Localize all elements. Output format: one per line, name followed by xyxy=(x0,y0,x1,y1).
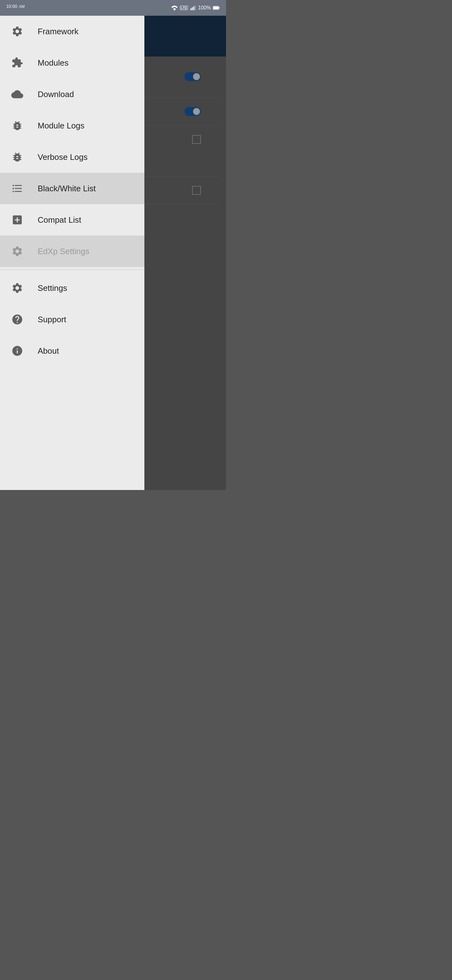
sidebar-item-compat-list[interactable]: Compat List xyxy=(0,204,144,235)
plus-box-icon xyxy=(10,212,25,228)
sidebar-item-blackwhite-list[interactable]: Black/White List xyxy=(0,173,144,204)
sidebar-item-module-logs[interactable]: Module Logs xyxy=(0,110,144,142)
sidebar-item-about[interactable]: About xyxy=(0,335,144,367)
verbose-bug-icon xyxy=(10,149,25,165)
sidebar-item-modules[interactable]: Modules xyxy=(0,47,144,78)
sidebar-label-framework: Framework xyxy=(38,27,78,37)
puzzle-icon xyxy=(10,55,25,71)
drawer-scrim[interactable] xyxy=(144,16,226,490)
wifi-icon xyxy=(171,5,178,11)
sidebar-item-framework[interactable]: Framework xyxy=(0,16,144,47)
ampm-text: AM xyxy=(19,5,25,9)
sidebar-label-support: Support xyxy=(38,315,66,325)
sidebar-item-verbose-logs[interactable]: Verbose Logs xyxy=(0,142,144,173)
sidebar-label-edxp-settings: EdXp Settings xyxy=(38,247,89,256)
svg-rect-5 xyxy=(213,6,219,10)
edxp-gear-icon xyxy=(10,243,25,259)
settings-gear-icon xyxy=(10,280,25,296)
lte-badge: LTE xyxy=(180,6,188,10)
status-icons: LTE 100% xyxy=(171,5,220,11)
cloud-icon xyxy=(10,86,25,102)
svg-rect-6 xyxy=(219,7,219,9)
svg-rect-0 xyxy=(190,8,192,10)
sidebar-label-download: Download xyxy=(38,89,74,99)
svg-rect-2 xyxy=(193,6,194,10)
svg-rect-1 xyxy=(192,8,193,10)
sidebar-item-edxp-settings[interactable]: EdXp Settings xyxy=(0,235,144,267)
circle-info-icon xyxy=(10,343,25,359)
sidebar-item-support[interactable]: Support xyxy=(0,304,144,335)
bug-icon xyxy=(10,118,25,134)
sidebar-item-download[interactable]: Download xyxy=(0,78,144,110)
svg-rect-3 xyxy=(195,6,195,10)
sidebar-item-settings[interactable]: Settings xyxy=(0,272,144,304)
sidebar-label-verbose-logs: Verbose Logs xyxy=(38,152,87,162)
drawer-divider xyxy=(0,269,144,270)
circle-question-icon xyxy=(10,312,25,327)
battery-icon xyxy=(213,5,220,11)
sidebar-label-settings: Settings xyxy=(38,283,67,293)
sidebar-label-module-logs: Module Logs xyxy=(38,121,84,130)
status-time: 10:00 AM xyxy=(6,4,25,12)
sidebar-label-compat-list: Compat List xyxy=(38,215,81,225)
battery-percentage: 100% xyxy=(198,5,211,11)
time-text: 10:00 xyxy=(6,4,17,9)
list-icon xyxy=(10,181,25,196)
sidebar-label-modules: Modules xyxy=(38,58,68,68)
navigation-drawer: Framework Modules Download Module Logs V… xyxy=(0,16,144,490)
gear-icon xyxy=(10,24,25,39)
sidebar-label-about: About xyxy=(38,346,59,356)
sidebar-label-blackwhite-list: Black/White List xyxy=(38,184,96,194)
signal-icon xyxy=(190,5,196,11)
status-bar: 10:00 AM LTE 100% xyxy=(0,0,226,16)
